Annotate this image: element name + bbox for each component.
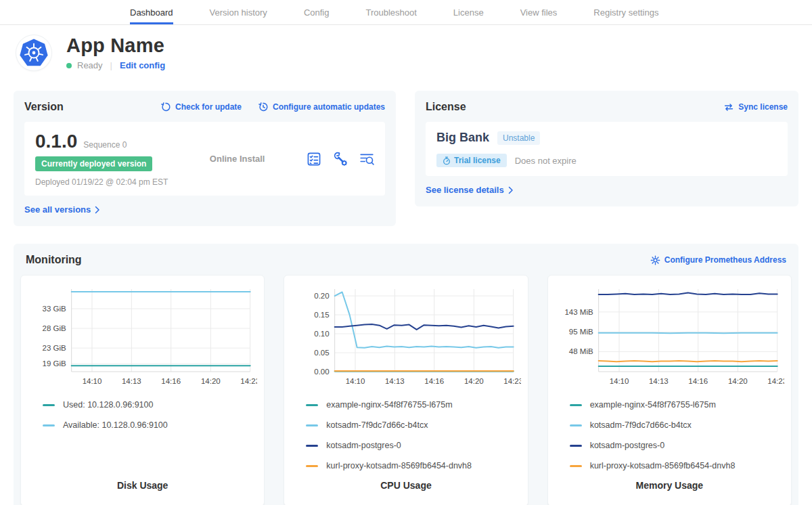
svg-text:48 MiB: 48 MiB: [569, 347, 593, 355]
legend-swatch: [306, 424, 318, 426]
svg-text:19 GiB: 19 GiB: [42, 359, 66, 368]
status-text: Ready: [77, 60, 103, 70]
svg-text:14:16: 14:16: [425, 377, 445, 385]
app-header: App Name Ready | Edit config: [0, 25, 812, 70]
legend-swatch: [570, 404, 582, 406]
license-card: License Sync license Big Bank Unstable: [415, 91, 798, 206]
divider: |: [110, 60, 112, 70]
see-license-details-link[interactable]: See license details: [426, 185, 514, 195]
disk-usage-legend: Used: 10.128.0.96:9100 Available: 10.128…: [43, 400, 257, 430]
svg-text:14:23: 14:23: [504, 377, 521, 385]
tab-view-files[interactable]: View files: [520, 0, 558, 24]
configure-automatic-updates-button[interactable]: Configure automatic updates: [258, 102, 385, 112]
legend-item: kotsadm-7f9dc7d66c-b4tcx: [570, 420, 784, 430]
svg-text:14:23: 14:23: [240, 377, 257, 385]
legend-swatch: [43, 404, 55, 406]
disk-usage-card: 19 GiB23 GiB28 GiB33 GiB14:1014:1314:161…: [20, 275, 265, 505]
tab-dashboard[interactable]: Dashboard: [130, 0, 173, 24]
customer-name: Big Bank: [436, 131, 489, 145]
tab-license[interactable]: License: [453, 0, 484, 24]
configure-prometheus-button[interactable]: Configure Prometheus Address: [650, 255, 786, 265]
svg-text:14:13: 14:13: [122, 377, 141, 385]
see-all-versions-link[interactable]: See all versions: [24, 204, 100, 215]
sync-license-button[interactable]: Sync license: [723, 102, 788, 112]
disk-usage-title: Disk Usage: [28, 480, 257, 498]
svg-text:33 GiB: 33 GiB: [42, 305, 66, 313]
memory-usage-legend: example-nginx-54f8f76755-l675m kotsadm-7…: [570, 400, 784, 470]
svg-text:23 GiB: 23 GiB: [42, 344, 66, 352]
status-dot: [66, 63, 72, 68]
tab-version-history[interactable]: Version history: [210, 0, 267, 24]
svg-text:143 MiB: 143 MiB: [564, 308, 593, 316]
cpu-usage-title: CPU Usage: [291, 480, 520, 498]
cpu-usage-legend: example-nginx-54f8f76755-l675m kotsadm-7…: [306, 400, 520, 470]
svg-text:95 MiB: 95 MiB: [569, 328, 593, 336]
svg-text:28 GiB: 28 GiB: [42, 324, 66, 332]
legend-swatch: [570, 465, 582, 467]
edit-config-link[interactable]: Edit config: [120, 60, 165, 70]
gear-icon: [650, 255, 660, 265]
stopwatch-icon: [443, 156, 451, 165]
chevron-right-icon: [95, 206, 100, 214]
disk-usage-chart: 19 GiB23 GiB28 GiB33 GiB14:1014:1314:161…: [28, 282, 257, 389]
tab-registry-settings[interactable]: Registry settings: [593, 0, 658, 24]
legend-swatch: [306, 465, 318, 467]
svg-text:14:16: 14:16: [161, 377, 181, 385]
memory-usage-title: Memory Usage: [555, 480, 784, 498]
svg-text:14:13: 14:13: [385, 377, 405, 385]
cards-row: Version Check for update Configure au: [0, 91, 812, 226]
currently-deployed-badge: Currently deployed version: [35, 156, 152, 171]
legend-swatch: [43, 424, 55, 426]
monitoring-section: Monitoring Configure Prometheus Address …: [14, 244, 798, 505]
svg-text:0.15: 0.15: [315, 311, 330, 319]
trial-license-badge: Trial license: [436, 154, 507, 167]
cpu-usage-card: 0.000.050.100.150.2014:1014:1314:1614:20…: [284, 275, 528, 505]
legend-swatch: [570, 445, 582, 447]
svg-text:14:20: 14:20: [201, 377, 221, 385]
legend-swatch: [306, 404, 318, 406]
license-panel: Big Bank Unstable Trial license Does not…: [426, 122, 788, 176]
svg-text:14:10: 14:10: [346, 377, 365, 385]
legend-item: Used: 10.128.0.96:9100: [43, 400, 257, 410]
current-version-info: 0.1.0 Sequence 0 Currently deployed vers…: [35, 131, 168, 187]
preflight-checks-icon[interactable]: [307, 152, 321, 167]
svg-text:14:23: 14:23: [767, 377, 784, 385]
memory-usage-card: 48 MiB95 MiB143 MiB14:1014:1314:1614:201…: [547, 275, 792, 505]
chevron-right-icon: [508, 186, 514, 194]
edit-config-wrench-icon[interactable]: [333, 152, 348, 167]
svg-text:0.05: 0.05: [315, 349, 330, 357]
legend-item: kotsadm-postgres-0: [570, 441, 784, 450]
license-card-title: License: [426, 101, 466, 113]
version-number: 0.1.0: [35, 131, 77, 152]
tab-config[interactable]: Config: [304, 0, 330, 24]
deploy-logs-icon[interactable]: [359, 152, 374, 167]
app-avatar: [16, 35, 51, 70]
channel-badge: Unstable: [497, 131, 540, 145]
svg-text:14:10: 14:10: [609, 377, 629, 385]
svg-text:14:13: 14:13: [649, 377, 669, 385]
sequence-label: Sequence 0: [83, 140, 127, 150]
cpu-usage-chart: 0.000.050.100.150.2014:1014:1314:1614:20…: [291, 282, 520, 389]
deployed-timestamp: Deployed 01/19/22 @ 02:04 pm EST: [35, 177, 168, 187]
kubernetes-wheel-icon: [19, 38, 49, 68]
monitoring-title: Monitoring: [26, 254, 82, 266]
check-for-update-button[interactable]: Check for update: [160, 102, 242, 112]
install-type-label: Online Install: [210, 154, 265, 164]
legend-item: kurl-proxy-kotsadm-8569fb6454-dnvh8: [570, 461, 784, 470]
svg-text:14:10: 14:10: [83, 377, 102, 385]
current-version-panel: 0.1.0 Sequence 0 Currently deployed vers…: [24, 122, 385, 196]
svg-text:14:20: 14:20: [728, 377, 748, 385]
svg-text:0.00: 0.00: [315, 368, 330, 376]
svg-text:14:20: 14:20: [464, 377, 484, 385]
memory-usage-chart: 48 MiB95 MiB143 MiB14:1014:1314:1614:201…: [555, 282, 784, 389]
tab-troubleshoot[interactable]: Troubleshoot: [365, 0, 416, 24]
sync-arrows-icon: [723, 102, 734, 112]
page-title: App Name: [66, 35, 165, 57]
legend-item: kurl-proxy-kotsadm-8569fb6454-dnvh8: [306, 461, 520, 470]
legend-swatch: [570, 424, 582, 426]
refresh-icon: [160, 102, 171, 112]
legend-swatch: [306, 445, 318, 447]
legend-item: example-nginx-54f8f76755-l675m: [570, 400, 784, 410]
version-card: Version Check for update Configure au: [14, 91, 396, 226]
svg-text:14:16: 14:16: [688, 377, 708, 385]
